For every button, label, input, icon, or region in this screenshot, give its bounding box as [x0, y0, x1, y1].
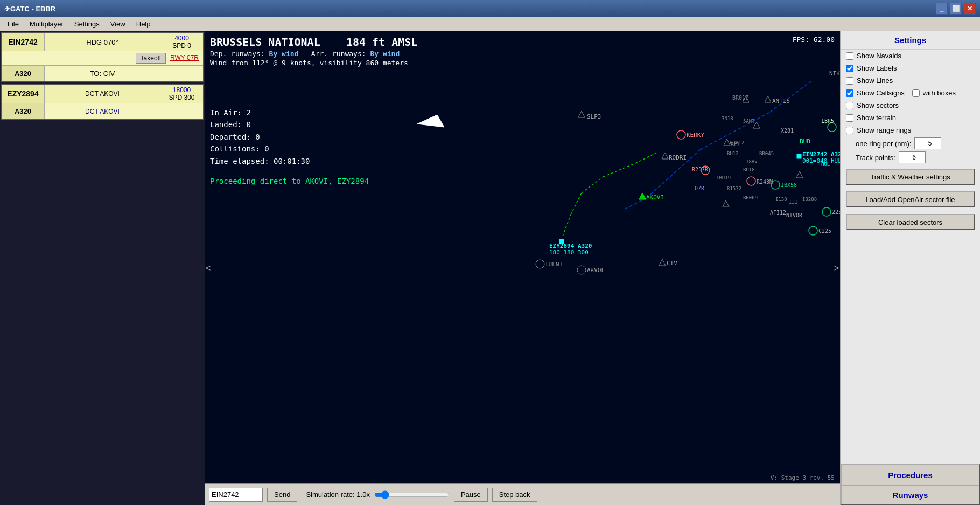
alt-spd-ezy2894: 18000 SPD 300 [160, 85, 203, 103]
show-lines-checkbox[interactable] [846, 77, 853, 85]
svg-text:C225: C225 [818, 228, 831, 234]
runways-button[interactable]: Runways [841, 485, 980, 505]
show-navaids-checkbox[interactable] [846, 52, 853, 60]
titlebar: ✈ GATC - EBBR _ ⬜ ✕ [0, 0, 980, 17]
svg-text:R243M: R243M [757, 179, 773, 185]
svg-text:AFI12: AFI12 [770, 210, 786, 216]
svg-text:BR017: BR017 [732, 95, 748, 101]
load-openair-button[interactable]: Load/Add OpenAir sector file [846, 191, 975, 207]
svg-text:180=180     300: 180=180 300 [549, 249, 589, 256]
close-button[interactable]: ✕ [964, 3, 976, 15]
callsign-ezy2894[interactable]: EZY2894 [2, 85, 45, 103]
setting-show-lines: Show Lines [841, 74, 980, 87]
svg-text:IBR5: IBR5 [821, 118, 834, 124]
pause-button[interactable]: Pause [454, 488, 488, 502]
restore-button[interactable]: ⬜ [950, 3, 962, 15]
svg-text:BU12: BU12 [727, 151, 739, 156]
svg-text:R1572: R1572 [727, 186, 741, 191]
route-ezy2894: DCT AKOVI [45, 106, 160, 117]
procedures-button[interactable]: Procedures [841, 464, 980, 485]
svg-text:R257R: R257R [692, 167, 709, 172]
svg-text:BU18: BU18 [743, 167, 755, 172]
svg-text:3N18: 3N18 [722, 116, 733, 121]
radar-svg: SLP3 KERKY RODRI ANT15 BR017 NIK17 BUB A… [205, 31, 840, 505]
traffic-weather-button[interactable]: Traffic & Weather settings [846, 169, 975, 185]
settings-spacer [841, 232, 980, 464]
svg-text:X281: X281 [781, 128, 794, 134]
settings-title: Settings [841, 31, 980, 50]
setting-show-terrain: Show terrain [841, 112, 980, 124]
minimize-button[interactable]: _ [936, 3, 948, 15]
svg-text:CIV: CIV [667, 260, 677, 267]
menu-file[interactable]: File [2, 17, 24, 31]
track-points-input[interactable] [899, 151, 926, 163]
stat-departed: Departed: 0 [210, 131, 310, 143]
show-range-rings-checkbox[interactable] [846, 127, 853, 134]
svg-text:KERKY: KERKY [687, 132, 704, 139]
stat-in-air: In Air: 2 [210, 107, 310, 119]
setting-show-sectors: Show sectors [841, 99, 980, 112]
takeoff-button-ein2742[interactable]: Takeoff [136, 53, 166, 64]
show-terrain-checkbox[interactable] [846, 114, 853, 122]
menubar: File Multiplayer Settings View Help [0, 17, 980, 31]
show-lines-label: Show Lines [857, 77, 975, 85]
svg-text:I3288: I3288 [802, 197, 817, 202]
ring-per-nm-row: one ring per (nm): [841, 136, 980, 150]
svg-text:NIVOR: NIVOR [786, 212, 803, 218]
setting-show-callsigns: Show Callsigns with boxes [841, 87, 980, 99]
svg-text:RODRI: RODRI [669, 154, 687, 161]
callsign-ein2742[interactable]: EIN2742 [2, 33, 45, 51]
svg-text:ANT15: ANT15 [772, 98, 790, 105]
callsign-input[interactable] [209, 488, 263, 502]
send-button[interactable]: Send [267, 488, 297, 502]
svg-text:07R: 07R [695, 185, 705, 191]
svg-text:BUB: BUB [800, 138, 810, 145]
show-terrain-label: Show terrain [857, 114, 975, 122]
svg-rect-41 [797, 154, 801, 158]
svg-text:BR045: BR045 [759, 151, 774, 156]
radar-header: BRUSSELS NATIONAL 184 ft AMSL Dep. runwa… [210, 36, 417, 67]
radar-display[interactable]: SLP3 KERKY RODRI ANT15 BR017 NIK17 BUB A… [205, 31, 840, 505]
svg-text:I31: I31 [789, 199, 797, 205]
alt2-ezy2894 [160, 103, 203, 119]
fps-display: FPS: 62.00 [793, 36, 835, 44]
show-labels-checkbox[interactable] [846, 65, 853, 72]
svg-text:HUL: HUL [821, 162, 830, 167]
with-boxes-checkbox[interactable] [912, 89, 920, 97]
main-layout: EIN2742 HDG 070° 4000 SPD 0 Takeoff RWY … [0, 31, 980, 505]
track-points-row: Track points: [841, 150, 980, 164]
svg-text:NIK17: NIK17 [829, 70, 840, 77]
show-callsigns-checkbox[interactable] [846, 89, 853, 97]
radar-wind: Wind from 112° @ 9 knots, visibility 860… [210, 59, 417, 67]
menu-view[interactable]: View [105, 17, 131, 31]
stat-landed: Landed: 0 [210, 119, 310, 130]
svg-text:BUB12: BUB12 [730, 140, 744, 146]
titlebar-controls: _ ⬜ ✕ [936, 3, 976, 15]
clear-sectors-button[interactable]: Clear loaded sectors [846, 214, 975, 230]
radar-subtitle: Dep. runways: By wind Arr. runways: By w… [210, 50, 417, 58]
nav-arrow-right[interactable]: > [834, 264, 839, 273]
menu-multiplayer[interactable]: Multiplayer [24, 17, 69, 31]
nav-arrow-left[interactable]: < [206, 264, 211, 273]
heading-ezy2894: DCT AKOVI [45, 85, 160, 103]
step-back-button[interactable]: Step back [492, 488, 537, 502]
svg-text:18BV: 18BV [746, 159, 758, 164]
heading-ein2742: HDG 070° [45, 33, 160, 51]
show-sectors-checkbox[interactable] [846, 102, 853, 109]
ring-per-nm-label: one ring per (nm): [856, 140, 911, 148]
svg-text:1BU19: 1BU19 [716, 175, 731, 181]
svg-text:225X: 225X [832, 209, 840, 215]
stats-overlay: In Air: 2 Landed: 0 Departed: 0 Collisio… [210, 107, 310, 167]
svg-text:SLP3: SLP3 [587, 113, 601, 120]
ring-per-nm-input[interactable] [914, 137, 941, 149]
show-range-rings-label: Show range rings [857, 126, 975, 134]
aircraft-strip-ezy2894: EZY2894 DCT AKOVI 18000 SPD 300 A320 DCT… [1, 84, 204, 120]
alt-spd-ein2742: 4000 SPD 0 [160, 33, 203, 51]
setting-show-navaids: Show Navaids [841, 50, 980, 62]
menu-settings[interactable]: Settings [69, 17, 105, 31]
track-points-label: Track points: [856, 154, 895, 162]
type-ein2742: A320 [2, 66, 45, 81]
menu-help[interactable]: Help [131, 17, 156, 31]
rate-slider[interactable] [374, 489, 450, 500]
setting-show-labels: Show Labels [841, 62, 980, 74]
